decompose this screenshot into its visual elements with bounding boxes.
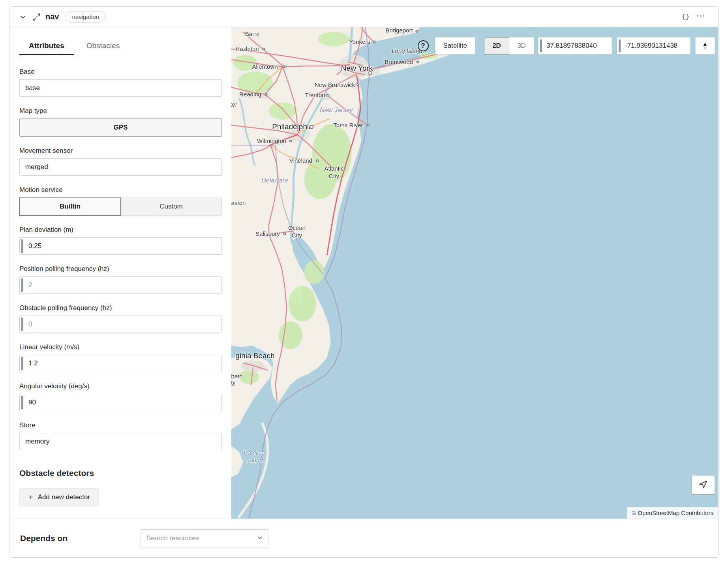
zoom-stepper[interactable]: ▲ ▼: [695, 37, 715, 55]
field-motion-service: Motion service Builtin Custom: [19, 186, 222, 216]
config-panel: Attributes Obstacles Base Map type GPS M…: [10, 27, 231, 519]
send-arrow-icon: [698, 479, 708, 490]
linear-velocity-input[interactable]: [19, 355, 222, 372]
base-label: Base: [19, 68, 222, 76]
position-polling-input-wrap: [19, 276, 222, 294]
map-type-label: Map type: [19, 107, 222, 115]
angular-velocity-input[interactable]: [19, 394, 222, 411]
depends-on-placeholder: Search resources: [146, 534, 257, 542]
field-obstacle-polling: Obstacle polling frequency (hz): [19, 304, 222, 333]
field-plan-deviation: Plan deviation (m): [19, 226, 222, 255]
map-type-gps-button[interactable]: GPS: [19, 118, 222, 137]
more-menu-button[interactable]: ⋯: [693, 12, 709, 21]
movement-sensor-input[interactable]: [19, 158, 222, 176]
obstacle-polling-label: Obstacle polling frequency (hz): [19, 304, 222, 312]
depends-on-select[interactable]: Search resources: [141, 529, 268, 547]
map-attribution: © OpenStreetMap Contributors: [627, 507, 718, 519]
latitude-field: [538, 37, 612, 55]
braces-icon: {}: [682, 13, 690, 21]
motion-service-builtin-button[interactable]: Builtin: [19, 197, 121, 216]
base-input[interactable]: [19, 79, 222, 97]
plus-icon: +: [28, 493, 33, 501]
field-linear-velocity: Linear velocity (m/s): [19, 343, 222, 372]
longitude-field: [617, 37, 690, 55]
field-position-polling: Position polling frequency (hz): [19, 265, 222, 294]
collapse-chevron-icon[interactable]: [19, 13, 26, 21]
resource-type-badge: navigation: [65, 11, 105, 23]
depends-on-label: Depends on: [20, 534, 141, 543]
help-icon[interactable]: ?: [418, 40, 429, 51]
store-input[interactable]: [19, 433, 222, 450]
map-controls: ? Satellite 2D 3D ▲ ▼: [418, 37, 715, 55]
position-polling-label: Position polling frequency (hz): [19, 265, 222, 273]
obstacle-detectors-heading: Obstacle detectors: [19, 468, 222, 478]
longitude-input[interactable]: [617, 38, 690, 54]
json-mode-button[interactable]: {}: [679, 11, 693, 22]
map-canvas: [231, 27, 718, 519]
tab-attributes[interactable]: Attributes: [19, 41, 74, 55]
movement-sensor-label: Movement sensor: [19, 147, 222, 155]
stepper-down-icon: ▼: [703, 47, 707, 50]
angular-velocity-label: Angular velocity (deg/s): [19, 382, 222, 390]
field-movement-sensor: Movement sensor: [19, 147, 222, 176]
motion-service-segmented: Builtin Custom: [19, 197, 222, 216]
angular-velocity-input-wrap: [19, 394, 222, 411]
resource-title: nav: [45, 12, 59, 21]
depends-on-section: Depends on Search resources: [10, 519, 718, 557]
card-body: Attributes Obstacles Base Map type GPS M…: [10, 27, 718, 519]
nav-service-card: nav navigation {} ⋯ Attributes Obstacles…: [9, 6, 719, 558]
mode-3d-button[interactable]: 3D: [509, 37, 534, 55]
add-detector-button[interactable]: + Add new detector: [19, 488, 99, 506]
navigation-service-icon: [32, 12, 41, 22]
add-detector-label: Add new detector: [38, 493, 90, 501]
field-angular-velocity: Angular velocity (deg/s): [19, 382, 222, 411]
satellite-toggle-button[interactable]: Satellite: [435, 37, 475, 55]
locate-button[interactable]: [692, 476, 715, 494]
obstacle-polling-input[interactable]: [19, 316, 222, 333]
position-polling-input[interactable]: [19, 276, 222, 294]
plan-deviation-input[interactable]: [19, 237, 222, 255]
field-store: Store: [19, 421, 222, 450]
chevron-down-icon: [257, 535, 263, 542]
ellipsis-icon: ⋯: [696, 11, 705, 21]
field-base: Base: [19, 68, 222, 97]
field-map-type: Map type GPS: [19, 107, 222, 137]
latitude-input[interactable]: [538, 38, 612, 54]
map-view[interactable]: BarreHazletonAllentownYonkersBridgeportB…: [231, 27, 718, 519]
motion-service-custom-button[interactable]: Custom: [121, 197, 222, 216]
tab-obstacles[interactable]: Obstacles: [77, 41, 129, 55]
store-label: Store: [19, 421, 222, 429]
linear-velocity-input-wrap: [19, 355, 222, 372]
card-header: nav navigation {} ⋯: [10, 7, 718, 27]
tab-bar: Attributes Obstacles: [19, 41, 222, 55]
plan-deviation-label: Plan deviation (m): [19, 226, 222, 234]
obstacle-polling-input-wrap: [19, 316, 222, 333]
plan-deviation-input-wrap: [19, 237, 222, 255]
motion-service-label: Motion service: [19, 186, 222, 194]
linear-velocity-label: Linear velocity (m/s): [19, 343, 222, 351]
mode-2d-button[interactable]: 2D: [484, 37, 509, 55]
